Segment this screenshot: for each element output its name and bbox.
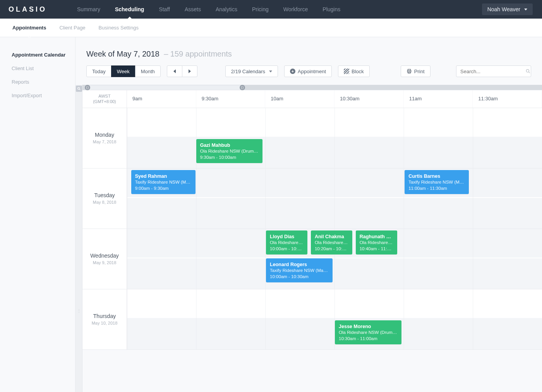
event-time: 9:00am - 9:30am [135, 186, 192, 192]
day-date: May 10, 2018 [92, 321, 118, 325]
topbar: OLASIO Summary Scheduling Staff Assets A… [0, 0, 542, 19]
prev-week-button[interactable] [167, 65, 182, 77]
event-time: 10:20am - 10:40am [315, 246, 348, 252]
block-icon [344, 69, 349, 74]
sub-nav: Appointments Client Page Business Settin… [0, 19, 542, 37]
event-sub: Ola Rideshare NSW [315, 240, 348, 246]
timezone-name: AWST [84, 93, 125, 99]
topnav-plugins[interactable]: Plugins [316, 0, 347, 19]
appointment-event[interactable]: Gazi Mahbub Ola Rideshare NSW (Drummoyne… [196, 139, 263, 163]
print-button[interactable]: Print [401, 65, 431, 77]
svg-line-6 [79, 89, 80, 90]
day-label: Monday May 7, 2018 [82, 108, 127, 168]
day-name: Tuesday [94, 192, 115, 198]
scroll-thumb[interactable] [87, 85, 242, 90]
appointment-event[interactable]: Jesse Moreno Ola Rideshare NSW (Drummoyn… [335, 320, 401, 344]
topnav-workforce[interactable]: Workforce [276, 0, 315, 19]
scroll-handle-right[interactable]: ⟨⟩ [240, 85, 245, 90]
page-header: Week of May 7, 2018 – 159 appointments [75, 37, 542, 65]
search-input[interactable] [460, 69, 525, 74]
day-date: May 9, 2018 [93, 260, 117, 265]
topnav-scheduling[interactable]: Scheduling [108, 0, 151, 19]
timezone-cell: AWST (GMT+8:00) [82, 90, 127, 108]
page-title: Week of May 7, 2018 – 159 appointments [86, 50, 531, 58]
sidebar-client-list[interactable]: Client List [12, 62, 67, 75]
appointment-event[interactable]: Curtis Barnes Taxify Rideshare NSW (Masc… [405, 170, 469, 194]
time-col: 11:30am [473, 90, 542, 108]
page-title-main: Week of May 7, 2018 [86, 50, 160, 58]
event-name: Jesse Moreno [339, 323, 398, 330]
view-week[interactable]: Week [111, 65, 136, 77]
zoom-icon[interactable] [76, 86, 82, 92]
grid-lines [127, 108, 542, 168]
calendar-gutter: ⋮ [75, 85, 82, 392]
event-name: Gazi Mahbub [200, 142, 259, 149]
appointment-event[interactable]: Lloyd Dias Ola Rideshare NSW 10:00am - 1… [266, 230, 307, 254]
appointment-event[interactable]: Syed Rahman Taxify Rideshare NSW (Mascot… [131, 170, 196, 194]
view-today[interactable]: Today [86, 65, 111, 77]
event-time: 10:30am - 11:00am [339, 336, 398, 342]
main: Appointment Calendar Client List Reports… [0, 37, 542, 392]
view-month[interactable]: Month [135, 65, 161, 77]
event-name: Curtis Barnes [408, 173, 465, 180]
timezone-offset: (GMT+8:00) [84, 99, 125, 104]
appointment-event[interactable]: Leonard Rogers Taxify Rideshare NSW (Mas… [266, 258, 333, 282]
event-name: Raghunath Chi [360, 234, 393, 240]
topnav-summary[interactable]: Summary [70, 0, 107, 19]
user-menu[interactable]: Noah Weaver [482, 3, 533, 15]
day-name: Thursday [93, 313, 116, 319]
print-label: Print [414, 69, 425, 74]
next-week-button[interactable] [182, 65, 197, 77]
event-sub: Ola Rideshare NSW (Drummoyne) [339, 330, 398, 336]
time-scrollbar[interactable]: ⟨⟩ ⟨⟩ [82, 85, 542, 90]
day-grid[interactable]: Jesse Moreno Ola Rideshare NSW (Drummoyn… [127, 289, 542, 349]
sidebar-import-export[interactable]: Import/Export [12, 89, 67, 102]
event-name: Lloyd Dias [270, 234, 304, 240]
chevron-left-icon [173, 69, 176, 73]
event-time: 9:30am - 10:00am [200, 155, 259, 161]
event-sub: Taxify Rideshare NSW (Mascot) [408, 179, 465, 186]
event-name: Leonard Rogers [270, 261, 329, 268]
topnav-analytics[interactable]: Analytics [209, 0, 244, 19]
sidebar-reports[interactable]: Reports [12, 75, 67, 89]
day-grid[interactable]: Syed Rahman Taxify Rideshare NSW (Mascot… [127, 168, 542, 229]
time-col: 11am [404, 90, 473, 108]
calendars-label: 2/19 Calendars [231, 69, 265, 74]
day-label: Thursday May 10, 2018 [82, 289, 127, 349]
event-sub: Ola Rideshare NSW (Drummoyne) [200, 148, 259, 155]
day-date: May 7, 2018 [93, 139, 117, 144]
day-row-tuesday: Tuesday May 8, 2018 Syed Rahman Taxify R… [82, 168, 542, 229]
day-grid[interactable]: Gazi Mahbub Ola Rideshare NSW (Drummoyne… [127, 108, 542, 168]
day-row-thursday: Thursday May 10, 2018 Jesse Moreno Ola R… [82, 289, 542, 350]
subnav-client-page[interactable]: Client Page [59, 19, 85, 37]
day-date: May 8, 2018 [93, 200, 117, 205]
day-label: Wednesday May 9, 2018 [82, 229, 127, 289]
subnav-appointments[interactable]: Appointments [12, 19, 46, 37]
chevron-down-icon [524, 9, 527, 10]
time-col: 9am [127, 90, 196, 108]
topnav-pricing[interactable]: Pricing [245, 0, 276, 19]
search-box[interactable] [456, 65, 531, 77]
time-header: AWST (GMT+8:00) 9am 9:30am 10am 10:30am … [82, 90, 542, 108]
subnav-business-settings[interactable]: Business Settings [99, 19, 139, 37]
day-row-wednesday: Wednesday May 9, 2018 Lloyd Dias Ola Rid… [82, 229, 542, 289]
time-col: 9:30am [196, 90, 266, 108]
calendars-dropdown[interactable]: 2/19 Calendars [225, 65, 278, 77]
block-label: Block [352, 69, 364, 74]
event-sub: Ola Rideshare NSW [360, 240, 393, 246]
search-icon [525, 69, 531, 74]
block-button[interactable]: Block [338, 65, 370, 77]
appointment-event[interactable]: Anil Chakma Ola Rideshare NSW 10:20am - … [311, 230, 352, 254]
event-time: 11:00am - 11:30am [408, 186, 465, 192]
new-appointment-button[interactable]: + Appointment [284, 65, 332, 77]
event-name: Anil Chakma [315, 234, 348, 240]
day-grid[interactable]: Lloyd Dias Ola Rideshare NSW 10:00am - 1… [127, 229, 542, 289]
topnav-staff[interactable]: Staff [152, 0, 177, 19]
topnav-assets[interactable]: Assets [178, 0, 208, 19]
sidebar-appointment-calendar[interactable]: Appointment Calendar [12, 48, 67, 62]
event-time: 10:40am - 11:00am [360, 246, 393, 252]
appointment-event[interactable]: Raghunath Chi Ola Rideshare NSW 10:40am … [356, 230, 397, 254]
scroll-handle-left[interactable]: ⟨⟩ [85, 85, 90, 90]
expand-handle-icon[interactable]: ⋮ [77, 309, 81, 313]
day-row-monday: Monday May 7, 2018 Gazi Mahbub Ola Rides… [82, 108, 542, 168]
